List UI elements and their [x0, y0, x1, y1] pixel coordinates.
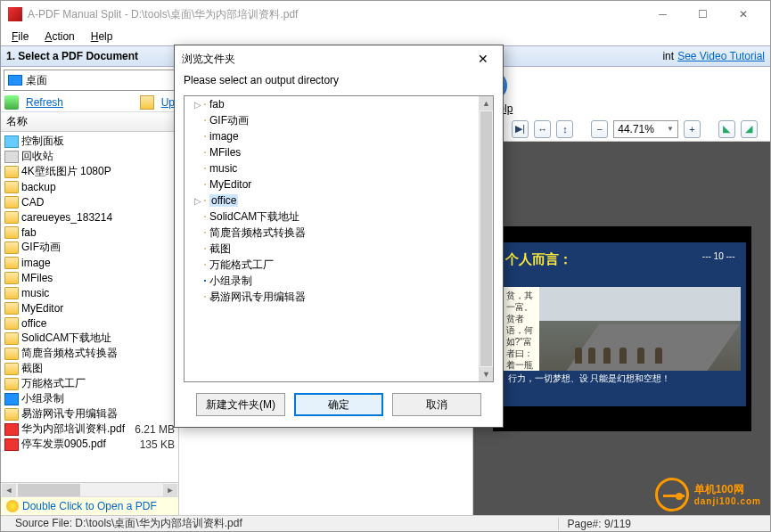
dialog-tree-item[interactable]: image — [185, 128, 479, 144]
tree-item[interactable]: 简鹿音频格式转换器 — [1, 346, 178, 361]
tree-item[interactable]: SolidCAM下载地址 — [1, 331, 178, 346]
expand-icon[interactable]: ▷ — [193, 196, 202, 206]
folder-icon — [204, 200, 206, 201]
tree-item[interactable]: CAD — [1, 194, 178, 209]
file-tree[interactable]: 控制面板回收站4K壁纸图片 1080PbackupCADcareueyes_18… — [1, 132, 178, 482]
tree-item[interactable]: backup — [1, 179, 178, 194]
path-box[interactable]: 桌面 — [4, 70, 176, 91]
folder-icon — [4, 363, 19, 375]
scroll-up-arrow[interactable]: ▲ — [480, 96, 493, 110]
dialog-tree-item[interactable]: ▷office — [185, 192, 479, 209]
refresh-link[interactable]: Refresh — [26, 96, 63, 109]
folder-icon — [204, 296, 206, 298]
window-title: A-PDF Manual Split - D:\tools\桌面\华为内部培训资… — [28, 7, 643, 22]
rotate-left-button[interactable]: ◣ — [718, 120, 735, 138]
expand-icon[interactable]: ▷ — [193, 100, 202, 110]
folder-icon — [4, 257, 19, 269]
dialog-tree-item[interactable]: 简鹿音频格式转换器 — [185, 225, 479, 241]
minimize-button[interactable]: ─ — [643, 1, 683, 28]
tree-item[interactable]: 停车发票0905.pdf135 KB — [1, 437, 178, 452]
folder-icon — [204, 264, 206, 266]
dialog-tree-label: office — [209, 194, 238, 207]
dialog-close-button[interactable]: ✕ — [471, 48, 496, 70]
maximize-button[interactable]: ☐ — [683, 1, 723, 28]
tree-item[interactable]: office — [1, 315, 178, 331]
new-folder-button[interactable]: 新建文件夹(M) — [196, 393, 285, 416]
dialog-tree-item[interactable]: SolidCAM下载地址 — [185, 209, 479, 225]
tree-item[interactable]: MFiles — [1, 270, 178, 285]
tutorial-link[interactable]: See Video Tutorial — [677, 50, 765, 62]
folder-icon — [4, 408, 19, 421]
tree-item[interactable]: 回收站 — [1, 149, 178, 164]
tip-text: Double Click to Open a PDF — [22, 500, 157, 512]
folder-icon — [4, 211, 19, 224]
dialog-tree-item[interactable]: music — [185, 160, 479, 176]
tree-item[interactable]: 截图 — [1, 361, 178, 376]
column-header[interactable]: 名称 — [1, 112, 178, 132]
dialog-tree-label: 简鹿音频格式转换器 — [209, 225, 306, 241]
folder-icon — [204, 184, 206, 185]
tree-item[interactable]: 华为内部培训资料.pdf6.21 MB — [1, 422, 178, 437]
tree-item[interactable]: image — [1, 255, 178, 270]
logo-text: 单机100网danji100.com — [694, 482, 761, 508]
dialog-tree[interactable]: ▷fabGIF动画imageMFilesmusicMyEditor▷office… — [184, 95, 494, 382]
browse-folder-dialog: 浏览文件夹 ✕ Please select an output director… — [174, 45, 504, 428]
cancel-button[interactable]: 取消 — [392, 393, 481, 416]
zoom-out-button[interactable]: − — [591, 120, 608, 138]
menubar: File Action Help — [1, 28, 770, 45]
tree-item[interactable]: MyEditor — [1, 300, 178, 315]
app-icon — [8, 7, 22, 21]
fit-height-button[interactable]: ↕ — [556, 120, 573, 138]
tree-item[interactable]: music — [1, 285, 178, 300]
scroll-thumb[interactable] — [480, 111, 492, 366]
scroll-left-arrow[interactable]: ◄ — [2, 484, 16, 496]
tree-item-label: 万能格式工厂 — [21, 376, 86, 391]
folder-icon — [204, 168, 206, 169]
menu-action[interactable]: Action — [37, 29, 81, 45]
up-link[interactable]: Up — [161, 96, 175, 109]
dialog-buttons: 新建文件夹(M) 确定 取消 — [175, 382, 503, 427]
dialog-tree-item[interactable]: ▷fab — [185, 96, 479, 112]
dialog-tree-item[interactable]: 截图 — [185, 241, 479, 257]
up-icon — [140, 95, 154, 110]
tree-item-label: fab — [21, 226, 37, 239]
ok-button[interactable]: 确定 — [294, 393, 383, 416]
scroll-right-arrow[interactable]: ► — [163, 484, 177, 496]
menu-file[interactable]: File — [4, 29, 36, 45]
folder-icon — [4, 332, 19, 345]
statusbar: Source File: D:\tools\桌面\华为内部培训资料.pdf Pa… — [1, 515, 770, 531]
h-scrollbar[interactable]: ◄ ► — [1, 482, 178, 496]
tree-item[interactable]: fab — [1, 225, 178, 240]
scroll-down-arrow[interactable]: ▼ — [480, 367, 493, 381]
preview-area[interactable]: 个人而言： --- 10 --- 贫，其一富。贫者语，何如?"富者曰： 着一瓶一… — [473, 142, 770, 515]
ctrl-icon — [4, 135, 19, 148]
dialog-tree-label: 小组录制 — [209, 274, 252, 289]
left-toolbar: Refresh Up — [1, 94, 178, 112]
folder-icon — [4, 348, 19, 360]
close-button[interactable]: ✕ — [723, 1, 763, 28]
dialog-tree-item[interactable]: 万能格式工厂 — [185, 257, 479, 273]
menu-help[interactable]: Help — [84, 29, 120, 45]
zoom-select[interactable]: 44.71%▼ — [613, 120, 678, 138]
zoom-in-button[interactable]: + — [684, 120, 701, 138]
fit-width-button[interactable]: ↔ — [534, 120, 551, 138]
dialog-tree-item[interactable]: MFiles — [185, 144, 479, 160]
tree-item[interactable]: 易游网讯专用编辑器 — [1, 406, 178, 422]
rotate-right-button[interactable]: ◢ — [741, 120, 758, 138]
dialog-tree-label: 截图 — [209, 241, 231, 257]
tree-item[interactable]: 万能格式工厂 — [1, 376, 178, 391]
tree-item[interactable]: 4K壁纸图片 1080P — [1, 164, 178, 179]
tree-item[interactable]: careueyes_183214 — [1, 209, 178, 225]
dialog-tree-item[interactable]: MyEditor — [185, 176, 479, 192]
dialog-tree-item[interactable]: 易游网讯专用编辑器 — [185, 289, 479, 305]
file-size: 135 KB — [140, 438, 175, 451]
dialog-v-scrollbar[interactable]: ▲ ▼ — [479, 96, 493, 381]
nav-last-button[interactable]: ▶| — [512, 120, 529, 138]
dialog-tree-item[interactable]: GIF动画 — [185, 112, 479, 128]
tree-item[interactable]: 小组录制 — [1, 391, 178, 406]
tree-item[interactable]: 控制面板 — [1, 134, 178, 149]
dialog-tree-item[interactable]: 小组录制 — [185, 273, 479, 289]
tree-item[interactable]: GIF动画 — [1, 240, 178, 255]
tree-item-label: MFiles — [21, 272, 53, 284]
scroll-thumb[interactable] — [18, 484, 80, 496]
